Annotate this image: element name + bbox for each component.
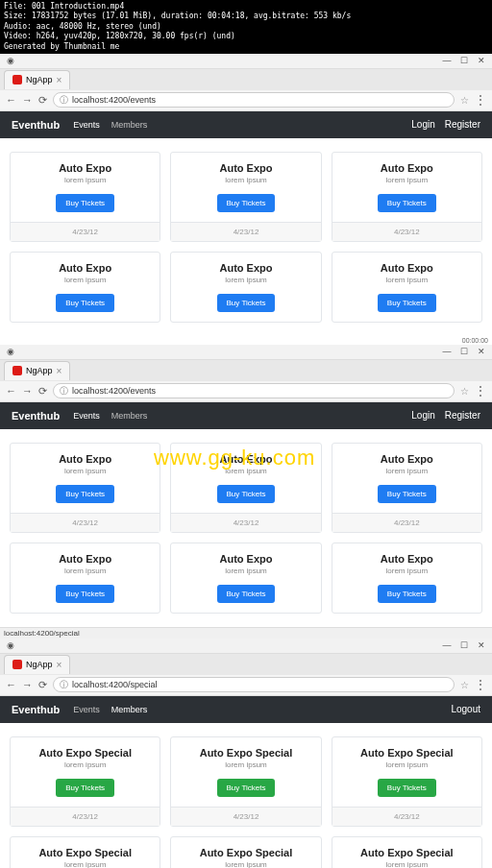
url-input[interactable]: ⓘ localhost:4200/special (53, 677, 455, 692)
close-icon[interactable]: ✕ (477, 56, 486, 65)
event-subtitle: lorem ipsum (16, 567, 154, 575)
event-title: Auto Expo (16, 453, 154, 465)
back-icon[interactable]: ← (6, 385, 16, 397)
back-icon[interactable]: ← (6, 94, 16, 106)
event-subtitle: lorem ipsum (338, 176, 476, 184)
buy-tickets-button[interactable]: Buy Tickets (378, 485, 436, 503)
nav-link-members[interactable]: Members (111, 120, 148, 130)
brand-logo[interactable]: Eventhub (12, 410, 60, 422)
event-subtitle: lorem ipsum (338, 276, 476, 284)
event-subtitle: lorem ipsum (16, 176, 154, 184)
browser-tab[interactable]: NgApp × (4, 70, 70, 89)
event-title: Auto Expo (16, 162, 154, 174)
window-controls: ◉ — ☐ ✕ (0, 345, 492, 360)
event-subtitle: lorem ipsum (16, 467, 154, 475)
buy-tickets-button[interactable]: Buy Tickets (217, 585, 276, 603)
event-card: Auto Expo lorem ipsum Buy Tickets (10, 252, 160, 323)
close-icon[interactable]: ✕ (477, 640, 486, 650)
minimize-icon[interactable]: — (442, 56, 452, 65)
forward-icon[interactable]: → (22, 679, 33, 690)
angular-icon (12, 660, 22, 669)
event-card: Auto Expo lorem ipsum Buy Tickets 4/23/1… (332, 152, 482, 242)
nav-link-events[interactable]: Events (73, 411, 100, 421)
event-title: Auto Expo Special (338, 847, 476, 858)
maximize-icon[interactable]: ☐ (459, 56, 469, 65)
maximize-icon[interactable]: ☐ (459, 640, 469, 650)
buy-tickets-button[interactable]: Buy Tickets (56, 294, 114, 312)
window-controls: ◉ — ☐ ✕ (0, 54, 492, 69)
reload-icon[interactable]: ⟳ (38, 679, 47, 691)
event-subtitle: lorem ipsum (177, 467, 314, 475)
card-date: 4/23/12 (11, 513, 160, 532)
buy-tickets-button[interactable]: Buy Tickets (56, 585, 114, 603)
nav-link-login[interactable]: Login (411, 119, 434, 130)
user-icon[interactable]: ◉ (6, 56, 15, 65)
user-icon[interactable]: ◉ (6, 640, 15, 650)
nav-link-events[interactable]: Events (73, 705, 100, 714)
nav-link-login[interactable]: Login (411, 410, 434, 421)
forward-icon[interactable]: → (22, 94, 33, 106)
bookmark-icon[interactable]: ☆ (460, 386, 469, 397)
event-subtitle: lorem ipsum (338, 467, 476, 475)
buy-tickets-button[interactable]: Buy Tickets (378, 779, 436, 797)
event-card: Auto Expo lorem ipsum Buy Tickets 4/23/1… (332, 443, 482, 533)
event-card: Auto Expo lorem ipsum Buy Tickets 4/23/1… (10, 443, 160, 533)
nav-link-members[interactable]: Members (111, 411, 148, 421)
video-info-line: Size: 17831752 bytes (17.01 MiB), durati… (4, 12, 488, 21)
browser-tab[interactable]: NgApp × (4, 361, 70, 380)
tab-title: NgApp (26, 660, 53, 669)
nav-link-register[interactable]: Register (445, 119, 480, 130)
event-grid: Auto Expo lorem ipsum Buy Tickets 4/23/1… (10, 443, 482, 614)
forward-icon[interactable]: → (22, 385, 33, 397)
buy-tickets-button[interactable]: Buy Tickets (217, 294, 276, 312)
tab-close-icon[interactable]: × (57, 75, 62, 85)
nav-link-logout[interactable]: Logout (451, 704, 480, 714)
user-icon[interactable]: ◉ (6, 347, 15, 356)
nav-link-members[interactable]: Members (111, 705, 148, 714)
buy-tickets-button[interactable]: Buy Tickets (217, 779, 276, 797)
event-card: Auto Expo Special lorem ipsum Buy Ticket… (332, 736, 482, 827)
maximize-icon[interactable]: ☐ (459, 347, 469, 356)
buy-tickets-button[interactable]: Buy Tickets (56, 194, 114, 212)
video-info-line: File: 001 Introduction.mp4 (4, 2, 488, 12)
buy-tickets-button[interactable]: Buy Tickets (378, 294, 436, 312)
close-icon[interactable]: ✕ (477, 347, 486, 356)
buy-tickets-button[interactable]: Buy Tickets (378, 585, 436, 603)
event-subtitle: lorem ipsum (338, 760, 476, 769)
event-title: Auto Expo (177, 262, 314, 274)
menu-icon[interactable]: ⋮ (475, 93, 486, 107)
buy-tickets-button[interactable]: Buy Tickets (56, 485, 114, 503)
url-input[interactable]: ⓘ localhost:4200/events (53, 92, 455, 108)
event-grid: Auto Expo Special lorem ipsum Buy Ticket… (10, 736, 482, 868)
buy-tickets-button[interactable]: Buy Tickets (217, 485, 276, 503)
buy-tickets-button[interactable]: Buy Tickets (56, 779, 114, 797)
brand-logo[interactable]: Eventhub (12, 119, 60, 131)
card-date: 4/23/12 (332, 222, 481, 241)
menu-icon[interactable]: ⋮ (475, 678, 486, 691)
event-title: Auto Expo Special (177, 847, 314, 858)
url-input[interactable]: ⓘ localhost:4200/events (53, 383, 455, 398)
menu-icon[interactable]: ⋮ (475, 384, 486, 398)
card-date: 4/23/12 (11, 807, 160, 826)
minimize-icon[interactable]: — (442, 640, 452, 650)
reload-icon[interactable]: ⟳ (38, 94, 47, 107)
browser-tab[interactable]: NgApp × (4, 655, 70, 674)
buy-tickets-button[interactable]: Buy Tickets (378, 194, 436, 212)
back-icon[interactable]: ← (6, 679, 16, 690)
bookmark-icon[interactable]: ☆ (460, 95, 469, 106)
buy-tickets-button[interactable]: Buy Tickets (217, 194, 276, 212)
minimize-icon[interactable]: — (442, 347, 452, 356)
event-title: Auto Expo Special (177, 747, 314, 759)
brand-logo[interactable]: Eventhub (12, 704, 60, 715)
reload-icon[interactable]: ⟳ (38, 385, 47, 398)
tab-close-icon[interactable]: × (57, 660, 62, 670)
card-date: 4/23/12 (171, 807, 320, 826)
nav-link-events[interactable]: Events (73, 120, 100, 130)
event-card: Auto Expo Special lorem ipsum Buy Ticket… (332, 836, 482, 868)
tab-close-icon[interactable]: × (57, 366, 62, 376)
event-subtitle: lorem ipsum (177, 860, 314, 868)
nav-link-register[interactable]: Register (445, 410, 480, 421)
event-card: Auto Expo Special lorem ipsum Buy Ticket… (170, 736, 321, 827)
event-subtitle: lorem ipsum (16, 860, 154, 868)
bookmark-icon[interactable]: ☆ (460, 680, 469, 690)
